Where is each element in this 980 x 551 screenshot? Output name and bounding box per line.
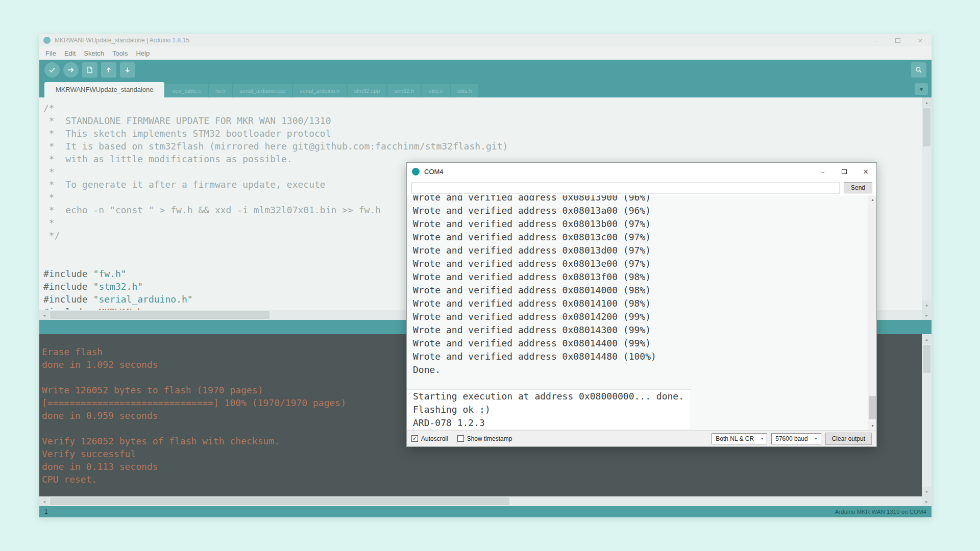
- chevron-down-icon: ▼: [920, 87, 923, 92]
- console-line: done in 0.113 seconds: [42, 460, 920, 473]
- serial-monitor-title: COM4: [424, 168, 444, 176]
- tab-utils.c[interactable]: utils.c: [422, 84, 449, 97]
- serial-monitor-titlebar[interactable]: COM4 – ×: [407, 163, 876, 180]
- serial-monitor-window-controls: – ×: [812, 163, 876, 180]
- code-line: * STANDALONE FIRMWARE UPDATE FOR MKR WAN…: [43, 114, 920, 127]
- show-timestamp-label: Show timestamp: [467, 435, 512, 442]
- scroll-left-icon[interactable]: ◂: [39, 496, 49, 506]
- serial-monitor-window: COM4 – × Send Wrote and verified address…: [406, 162, 877, 447]
- autoscroll-checkbox[interactable]: [411, 435, 418, 442]
- scroll-left-icon[interactable]: ◂: [39, 310, 49, 320]
- right-arrow-icon: [67, 66, 75, 74]
- serial-output-line: Wrote and verified address 0x08014480 (1…: [413, 350, 876, 363]
- serial-output-line: Wrote and verified address 0x08013e00 (9…: [413, 257, 876, 270]
- serial-vscroll-thumb[interactable]: [869, 396, 876, 419]
- menu-edit[interactable]: Edit: [60, 49, 80, 57]
- tab-list: MKRWANFWUpdate_standalonedev_table.cfw.h…: [44, 82, 479, 97]
- open-sketch-button[interactable]: [101, 62, 116, 78]
- tab-stm32.h[interactable]: stm32.h: [387, 84, 421, 97]
- baud-rate-value: 57600 baud: [775, 435, 807, 442]
- magnifier-icon: [915, 66, 923, 74]
- scroll-down-icon[interactable]: ▾: [922, 300, 932, 310]
- scroll-up-icon[interactable]: ▴: [868, 195, 876, 204]
- scroll-down-icon[interactable]: ▾: [922, 487, 932, 496]
- tab-serial_arduino.h[interactable]: serial_arduino.h: [293, 84, 346, 97]
- upload-button[interactable]: [63, 62, 79, 78]
- tab-stm32.cpp[interactable]: stm32.cpp: [348, 84, 387, 97]
- serial-monitor-settings: Both NL & CR ▾ 57600 baud ▾ Clear output: [712, 433, 872, 445]
- save-sketch-button[interactable]: [120, 62, 135, 78]
- tab-dev_table.c[interactable]: dev_table.c: [165, 84, 207, 97]
- autoscroll-option[interactable]: Autoscroll: [411, 435, 448, 442]
- editor-hscroll-thumb[interactable]: [50, 311, 270, 319]
- scroll-right-icon[interactable]: ▸: [922, 496, 932, 506]
- tab-serial_arduino.cpp[interactable]: serial_arduino.cpp: [233, 84, 292, 97]
- menu-file[interactable]: File: [41, 49, 60, 57]
- console-line: Verify successful: [42, 447, 920, 460]
- serial-output-line: Wrote and verified address 0x08013a00 (9…: [413, 204, 876, 217]
- serial-output-line: Wrote and verified address 0x08013b00 (9…: [413, 217, 876, 231]
- scroll-right-icon[interactable]: ▸: [922, 310, 932, 320]
- serial-close-button[interactable]: ×: [855, 163, 876, 180]
- baud-rate-dropdown[interactable]: 57600 baud ▾: [771, 433, 821, 444]
- console-horizontal-scrollbar[interactable]: ◂ ▸: [39, 496, 932, 506]
- scroll-up-icon[interactable]: ▴: [922, 97, 932, 107]
- menu-help[interactable]: Help: [132, 49, 154, 57]
- tab-utils.h[interactable]: utils.h: [451, 84, 479, 97]
- down-arrow-icon: [124, 66, 132, 74]
- ide-toolbar: [39, 60, 932, 80]
- editor-vertical-scrollbar[interactable]: ▴ ▾: [922, 97, 932, 310]
- serial-monitor-app-icon: [412, 168, 420, 176]
- serial-vertical-scrollbar[interactable]: ▴ ▾: [868, 195, 876, 430]
- tab-bar: MKRWANFWUpdate_standalonedev_table.cfw.h…: [39, 80, 932, 97]
- verify-button[interactable]: [44, 62, 60, 78]
- serial-output-line: Starting execution at address 0x08000000…: [413, 390, 691, 403]
- serial-output-line: Wrote and verified address 0x08013c00 (9…: [413, 231, 876, 244]
- editor-vscroll-thumb[interactable]: [923, 108, 930, 146]
- serial-input-field[interactable]: [411, 183, 840, 193]
- serial-output-line: [413, 377, 876, 390]
- check-icon: [48, 66, 56, 74]
- menu-sketch[interactable]: Sketch: [80, 49, 108, 57]
- serial-output-line: Wrote and verified address 0x08014100 (9…: [413, 297, 876, 310]
- menu-tools[interactable]: Tools: [108, 49, 132, 57]
- ide-window-title: MKRWANFWUpdate_standalone | Arduino 1.8.…: [55, 37, 189, 44]
- up-arrow-icon: [105, 66, 113, 74]
- scroll-down-icon[interactable]: ▾: [868, 421, 876, 430]
- show-timestamp-option[interactable]: Show timestamp: [457, 435, 512, 442]
- ide-maximize-button[interactable]: [887, 34, 909, 46]
- serial-input-row: Send: [407, 180, 876, 195]
- serial-output-line: Wrote and verified address 0x08013900 (9…: [413, 195, 876, 204]
- new-sketch-button[interactable]: [82, 62, 97, 78]
- arduino-app-icon: [43, 37, 51, 44]
- line-ending-dropdown[interactable]: Both NL & CR ▾: [712, 433, 767, 444]
- serial-output-line: Wrote and verified address 0x08013d00 (9…: [413, 244, 876, 257]
- console-vscroll-thumb[interactable]: [923, 345, 930, 373]
- send-button[interactable]: Send: [844, 182, 872, 193]
- tab-fw.h[interactable]: fw.h: [209, 84, 232, 97]
- serial-maximize-button[interactable]: [834, 163, 855, 180]
- serial-output-line: Wrote and verified address 0x08014200 (9…: [413, 310, 876, 323]
- maximize-icon: [842, 169, 847, 174]
- ide-titlebar[interactable]: MKRWANFWUpdate_standalone | Arduino 1.8.…: [39, 34, 932, 46]
- chevron-down-icon: ▾: [815, 436, 817, 441]
- code-line: * It is based on stm32flash (mirrored he…: [43, 140, 920, 153]
- ide-minimize-button[interactable]: –: [864, 34, 887, 46]
- ide-menubar: FileEditSketchToolsHelp: [39, 46, 932, 60]
- code-line: /*: [43, 102, 920, 114]
- tab-list-dropdown-button[interactable]: ▼: [915, 83, 928, 95]
- console-hscroll-thumb[interactable]: [50, 497, 509, 505]
- tab-MKRWANFWUpdate_standalone[interactable]: MKRWANFWUpdate_standalone: [44, 82, 164, 97]
- ide-close-button[interactable]: ×: [909, 34, 932, 46]
- serial-minimize-button[interactable]: –: [812, 163, 834, 180]
- serial-output-content: Wrote and verified address 0x08013900 (9…: [413, 195, 876, 390]
- serial-monitor-button[interactable]: [911, 62, 926, 78]
- clear-output-button[interactable]: Clear output: [825, 433, 872, 445]
- console-vertical-scrollbar[interactable]: ▴ ▾: [922, 334, 932, 496]
- show-timestamp-checkbox[interactable]: [457, 435, 464, 442]
- selected-text-block: Starting execution at address 0x08000000…: [407, 390, 691, 430]
- serial-output-line: Done.: [413, 363, 876, 377]
- console-line: CPU reset.: [42, 473, 920, 486]
- serial-output[interactable]: Wrote and verified address 0x08013900 (9…: [407, 195, 876, 430]
- scroll-up-icon[interactable]: ▴: [922, 334, 932, 344]
